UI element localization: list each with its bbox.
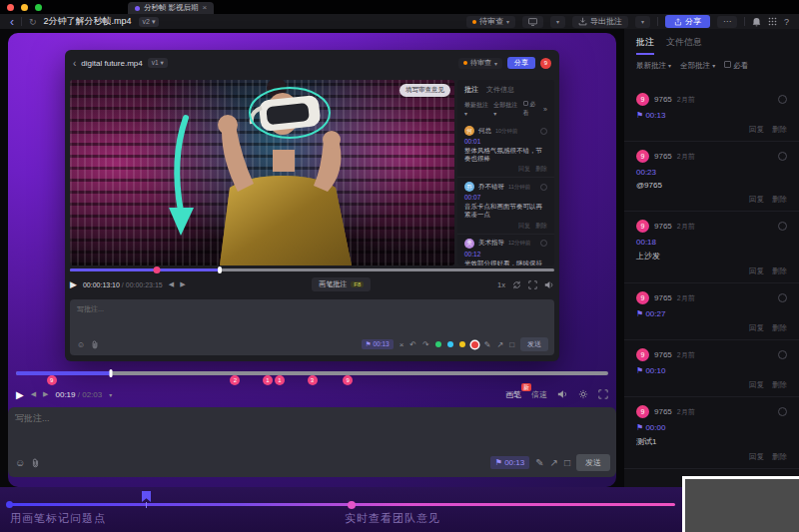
resolve-checkbox[interactable] [778,407,787,416]
tab-file-info[interactable]: 文件信息 [486,85,514,95]
share-button[interactable]: 分享 [665,15,710,28]
resolve-checkbox[interactable] [778,222,787,231]
filter-latest-dropdown[interactable]: 最新批注 ▾ [464,101,489,117]
delete-button[interactable]: 删除 [772,323,787,333]
close-window-button[interactable] [7,4,14,11]
delete-button[interactable]: 删除 [535,165,547,174]
playhead[interactable] [218,266,222,273]
pen-tool-icon[interactable]: ✎ [535,457,543,468]
volume-icon[interactable] [557,389,568,399]
time-format-caret[interactable]: ▾ [109,391,112,398]
comment-timestamp[interactable]: 00:23 [636,168,787,177]
brush-annotate-button[interactable]: 画笔批注 F8 [312,277,371,291]
comment-textarea[interactable] [70,299,554,329]
comment-item[interactable]: 9 9765 2月前 ⚑ 00:00 测试1 回复 删除 [624,397,799,469]
back-icon[interactable]: ‹ [10,16,14,28]
reply-button[interactable]: 回复 [518,165,530,174]
mini-version-badge[interactable]: v1 ▾ [148,58,168,68]
mini-share-button[interactable]: 分享 [507,57,535,69]
comment-timestamp[interactable]: 00:12 [464,251,547,258]
refresh-icon[interactable]: ↻ [29,17,37,27]
attachment-icon[interactable] [31,458,40,468]
comment-list[interactable]: 9 9765 2月前 ⚑ 00:13 回复 删除 9 [624,85,799,487]
comment-timestamp[interactable]: ⚑ 00:13 [636,111,787,120]
reply-button[interactable]: 回复 [518,222,530,231]
attachment-icon[interactable] [91,340,99,349]
delete-button[interactable]: 删除 [772,452,787,462]
mini-status-dropdown[interactable]: 待审查 ▾ [458,58,502,69]
color-cyan-swatch[interactable] [447,341,453,347]
minimize-window-button[interactable] [21,4,28,11]
comment-timestamp[interactable]: ⚑ 00:00 [636,423,787,432]
timeline-marker[interactable]: 1 [275,375,285,385]
progress-marker[interactable] [154,266,161,273]
video-viewport[interactable]: 填写审查意见 [70,80,454,266]
tab-annotations[interactable]: 批注 [636,36,654,55]
export-notes-button[interactable]: 导出批注 [572,16,628,28]
step-forward-button[interactable]: ▶ [43,390,48,398]
back-icon[interactable]: ‹ [73,58,76,69]
step-back-button[interactable]: ◀ [31,390,36,398]
comment-item[interactable]: 9 9765 2月前 ⚑ 00:10 回复 删除 [624,340,799,397]
volume-icon[interactable] [544,280,554,289]
comment-timestamp[interactable]: ⚑ 00:10 [636,366,787,375]
timeline-marker[interactable]: 2 [230,375,240,385]
fullscreen-icon[interactable] [528,280,537,289]
play-button[interactable]: ▶ [70,279,77,289]
comment-timestamp[interactable]: 00:18 [636,238,787,247]
pen-tool-icon[interactable]: ✎ [484,340,491,349]
delete-button[interactable]: 删除 [772,195,787,205]
more-button[interactable]: ⋯ [717,16,737,28]
apps-grid-icon[interactable] [768,17,777,26]
review-hint-pill[interactable]: 填写审查意见 [400,84,450,97]
resolve-checkbox[interactable] [778,350,787,359]
timeline-marker[interactable]: 9 [343,375,353,385]
comment-item[interactable]: 美 美术指导 12分钟前 00:12 光效部分很好看，继续保持 回复 删除 [457,235,554,266]
reply-button[interactable]: 回复 [749,266,764,276]
rect-tool-icon[interactable]: □ [509,340,514,349]
display-mode-caret[interactable]: ▾ [550,16,565,28]
help-button[interactable]: ? [784,17,789,27]
filter-all-dropdown[interactable]: 全部批注 ▾ [680,61,715,71]
comment-item[interactable]: 何 何总 10分钟前 00:01 整体风格气氛感很不错，节奏也很棒 回复 删除 [457,122,554,178]
send-button[interactable]: 发送 [576,454,610,471]
filter-all-dropdown[interactable]: 全部批注 ▾ [493,101,518,117]
must-see-checkbox[interactable]: 必看 [724,61,748,71]
speed-button[interactable]: 倍速 [531,389,547,400]
color-green-swatch[interactable] [435,341,441,347]
speed-button[interactable]: 1x [497,280,505,289]
export-notes-caret[interactable]: ▾ [635,16,650,28]
reply-button[interactable]: 回复 [749,452,764,462]
step-back-button[interactable]: ◀ [169,280,174,288]
delete-button[interactable]: 删除 [772,266,787,276]
resolve-checkbox[interactable] [778,152,787,161]
bell-icon[interactable] [752,17,761,27]
version-badge[interactable]: v2 ▾ [139,17,160,27]
clear-drawing-icon[interactable]: × [400,340,404,349]
comment-item[interactable]: 乔 乔不错呀 11分钟前 00:07 音乐卡点和画面节奏可以再紧凑一点 回复 删… [457,178,554,234]
comment-textarea[interactable] [8,407,616,447]
resolve-checkbox[interactable] [540,128,547,135]
review-status-dropdown[interactable]: 待审查 ▾ [466,16,515,28]
resolve-checkbox[interactable] [778,293,787,302]
comment-item[interactable]: 9 9765 2月前 00:23 @9765 回复 删除 [624,142,799,212]
browser-tab[interactable]: 分秒帧 影视后期 × [128,2,214,14]
delete-button[interactable]: 删除 [772,125,787,135]
timestamp-chip[interactable]: ⚑ 00:13 [490,456,529,469]
tab-file-info[interactable]: 文件信息 [666,36,702,55]
comment-timestamp[interactable]: ⚑ 00:27 [636,309,787,318]
delete-button[interactable]: 删除 [772,380,787,390]
play-button[interactable]: ▶ [16,389,24,400]
fullscreen-icon[interactable] [598,389,608,399]
comment-timestamp[interactable]: 00:01 [464,138,547,145]
timestamp-chip[interactable]: ⚑ 00:13 [362,339,394,349]
arrow-tool-icon[interactable]: ↗ [496,340,503,349]
comment-item[interactable]: 9 9765 2月前 00:18 上沙发 回复 删除 [624,212,799,283]
collapse-panel-icon[interactable]: » [543,106,547,113]
timeline-marker[interactable]: 1 [263,375,273,385]
arrow-tool-icon[interactable]: ↗ [550,457,558,468]
delete-button[interactable]: 删除 [535,222,547,231]
reply-button[interactable]: 回复 [749,125,764,135]
mini-progress-bar[interactable] [70,268,554,271]
settings-gear-icon[interactable] [578,389,588,399]
